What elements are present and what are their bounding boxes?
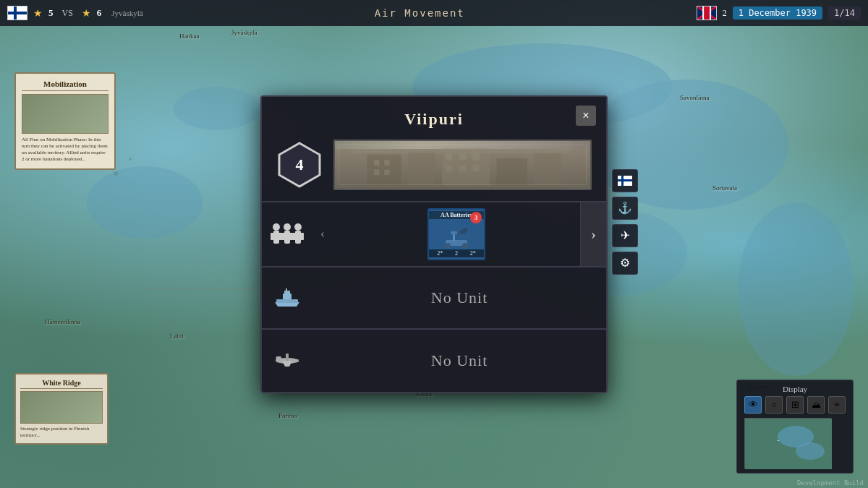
svg-rect-36 — [446, 165, 452, 171]
soldiers-icon — [269, 220, 305, 249]
svg-rect-32 — [384, 169, 390, 175]
svg-rect-46 — [281, 233, 285, 240]
dev-build-watermark: Development Build — [797, 479, 864, 487]
svg-rect-26 — [442, 147, 490, 185]
svg-rect-50 — [292, 233, 296, 240]
no-unit-text-area-1: No Unit — [312, 288, 606, 307]
sidebar-filter-icon[interactable]: ⚙ — [612, 252, 638, 275]
svg-point-40 — [273, 223, 280, 231]
svg-rect-39 — [354, 141, 572, 153]
flag-finland — [7, 6, 27, 20]
no-unit-row-plane: No Unit — [262, 330, 606, 392]
unit-prev-button[interactable]: ‹ — [312, 202, 333, 266]
city-label: Jyväskylä — [111, 9, 142, 17]
svg-point-48 — [294, 223, 302, 231]
city-dialog: ⚓ ✈ ⚙ Viipuri × 4 — [260, 95, 608, 393]
svg-marker-66 — [276, 356, 283, 361]
svg-rect-49 — [295, 231, 301, 244]
no-unit-text-1: No Unit — [431, 288, 488, 307]
no-unit-text-2: No Unit — [431, 351, 488, 370]
dialog-close-button[interactable]: × — [576, 106, 596, 126]
city-photo-inner — [335, 141, 590, 189]
star-left: ★ — [33, 7, 43, 20]
unit-card-stats: 2* 2 2* — [429, 249, 484, 257]
date-badge: 1 December 1939 — [733, 7, 822, 20]
dialog-header: Viipuri × — [262, 97, 606, 140]
svg-point-56 — [462, 243, 468, 249]
no-unit-row-ship: No Unit — [262, 267, 606, 330]
svg-rect-37 — [459, 165, 466, 171]
turn-progress: 1/14 — [828, 7, 861, 20]
svg-rect-38 — [473, 165, 480, 171]
no-unit-text-area-2: No Unit — [312, 351, 606, 370]
svg-rect-35 — [473, 153, 480, 159]
turn-count: 2 — [723, 8, 727, 19]
sidebar-flag-icon[interactable] — [612, 169, 638, 192]
modal-overlay: ⚓ ✈ ⚙ Viipuri × 4 — [0, 0, 868, 488]
city-strength-hex: 4 — [276, 142, 323, 188]
flag-uk — [697, 6, 717, 20]
svg-point-44 — [284, 223, 291, 231]
svg-rect-54 — [451, 231, 457, 234]
dialog-title: Viipuri — [404, 110, 464, 128]
svg-rect-30 — [384, 160, 390, 166]
unit-card-area: AA Batteries 3 — [333, 202, 580, 266]
stat3: 2* — [470, 250, 476, 257]
city-image-row: 4 — [262, 140, 606, 201]
stat2: 2 — [455, 250, 458, 257]
svg-rect-51 — [300, 233, 304, 240]
ship-icon — [272, 288, 302, 308]
top-right: 2 1 December 1939 1/14 — [697, 6, 861, 20]
svg-rect-22 — [618, 179, 632, 181]
svg-rect-29 — [374, 160, 380, 166]
svg-rect-68 — [286, 354, 289, 361]
svg-point-55 — [445, 243, 451, 249]
city-strength-number: 4 — [276, 142, 323, 188]
svg-marker-65 — [282, 361, 292, 367]
sidebar-plane-icon[interactable]: ✈ — [612, 224, 638, 247]
svg-rect-25 — [408, 151, 435, 185]
svg-rect-34 — [459, 153, 466, 159]
city-photo — [333, 140, 592, 190]
svg-rect-31 — [374, 169, 380, 175]
svg-rect-62 — [286, 288, 287, 292]
unit-next-button[interactable]: › — [580, 202, 606, 266]
units-section: ‹ AA Batteries 3 — [262, 201, 606, 392]
svg-rect-63 — [276, 299, 298, 303]
unit-card-aa[interactable]: AA Batteries 3 — [427, 208, 485, 260]
top-bar: ★ 5 VS ★ 6 Jyväskylä Air Movement 2 1 De… — [0, 0, 868, 26]
svg-rect-41 — [273, 231, 279, 244]
ship-icon-col — [262, 282, 312, 314]
score-right-value: 6 — [97, 7, 102, 19]
unit-row-soldiers: ‹ AA Batteries 3 — [262, 202, 606, 267]
plane-icon — [272, 351, 302, 371]
dialog-sidebar: ⚓ ✈ ⚙ — [612, 169, 638, 275]
svg-rect-42 — [271, 233, 274, 240]
svg-rect-28 — [535, 153, 562, 184]
vs-text: VS — [62, 8, 73, 19]
sidebar-anchor-icon[interactable]: ⚓ — [612, 197, 638, 220]
phase-title: Air Movement — [375, 7, 465, 19]
plane-icon-col — [262, 345, 312, 377]
svg-rect-33 — [446, 153, 452, 159]
svg-rect-45 — [284, 231, 290, 244]
score-left: ★ 5 VS ★ 6 Jyväskylä — [7, 6, 143, 20]
stat1: 2* — [437, 250, 443, 257]
score-left-value: 5 — [48, 7, 54, 19]
svg-rect-27 — [497, 158, 527, 185]
star-right: ★ — [82, 7, 91, 20]
svg-rect-24 — [367, 154, 401, 184]
soldiers-icon-col — [262, 214, 312, 254]
